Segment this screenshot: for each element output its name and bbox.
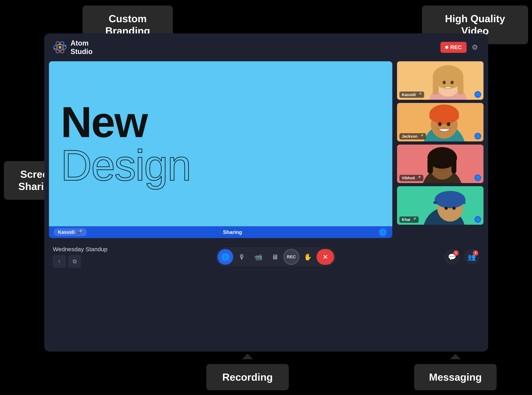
participant-label-khai: Khai 🎤 bbox=[399, 216, 419, 223]
recording-bubble: Recording bbox=[206, 364, 289, 390]
screen-share-display: New Design bbox=[49, 61, 392, 226]
app-header: Atom Studio REC ⚙ bbox=[44, 33, 488, 61]
participants-badge: 4 bbox=[473, 250, 478, 256]
end-call-button[interactable]: ✕ bbox=[317, 249, 334, 265]
main-content: New Design Kassidi 🎤 Sharing 🌐 bbox=[44, 61, 488, 238]
participant-label-jackson: Jackson 🎤 bbox=[399, 133, 426, 139]
participant-mic-icon-vibhuti: 🎤 bbox=[416, 176, 421, 180]
svg-point-20 bbox=[438, 122, 442, 126]
meeting-actions: ↑ ⧉ bbox=[53, 255, 107, 268]
app-window: Atom Studio REC ⚙ New Design Kassidi bbox=[44, 33, 488, 351]
screen-share-bar: Kassidi 🎤 Sharing 🌐 bbox=[49, 226, 392, 238]
svg-point-37 bbox=[452, 207, 455, 210]
svg-point-5 bbox=[54, 48, 55, 50]
screen-share-toolbar-button[interactable]: 🖥 bbox=[267, 249, 283, 265]
svg-point-6 bbox=[65, 45, 66, 47]
svg-point-14 bbox=[450, 81, 454, 84]
participant-label-vibhuti: Vibhuti 🎤 bbox=[399, 175, 423, 181]
rec-toolbar-button[interactable]: REC bbox=[284, 249, 299, 265]
bottom-area: Wednesday Standup ↑ ⧉ 🌐 🎙 📹 🖥 REC ✋ ✕ 💬 … bbox=[44, 242, 488, 272]
mic-toolbar-button[interactable]: 🎙 bbox=[234, 249, 250, 265]
participant-mic-icon-khai: 🎤 bbox=[411, 217, 416, 222]
svg-point-38 bbox=[449, 212, 461, 219]
chat-button[interactable]: 💬 1 bbox=[444, 249, 460, 265]
rec-dot bbox=[445, 46, 448, 49]
share-meeting-button[interactable]: ↑ bbox=[53, 255, 66, 268]
participant-tile-vibhuti: Vibhuti 🎤 🌐 bbox=[397, 145, 483, 183]
participant-tile-jackson: Jackson 🎤 🌐 bbox=[397, 103, 483, 141]
svg-point-21 bbox=[447, 122, 450, 126]
header-controls: REC ⚙ bbox=[440, 42, 480, 53]
svg-point-3 bbox=[59, 46, 61, 49]
main-toolbar: 🌐 🎙 📹 🖥 REC ✋ ✕ bbox=[215, 247, 336, 266]
sharing-globe-button[interactable]: 🌐 bbox=[378, 227, 388, 237]
rec-button[interactable]: REC bbox=[440, 42, 466, 53]
meeting-title: Wednesday Standup bbox=[53, 246, 107, 252]
screen-share-area: New Design Kassidi 🎤 Sharing 🌐 bbox=[49, 61, 392, 238]
messaging-bubble: Messaging bbox=[414, 364, 497, 390]
svg-rect-26 bbox=[428, 158, 433, 174]
participant-tile-kassidi: Kassidi 🎤 🌐 bbox=[397, 61, 483, 100]
participant-tile-khai: Khai 🎤 🌐 bbox=[397, 186, 483, 225]
globe-toolbar-button[interactable]: 🌐 bbox=[218, 249, 233, 265]
sharing-center-label: Sharing bbox=[223, 229, 242, 235]
meeting-info: Wednesday Standup ↑ ⧉ bbox=[53, 246, 107, 268]
copy-meeting-button[interactable]: ⧉ bbox=[68, 255, 81, 268]
participant-mic-icon-jackson: 🎤 bbox=[419, 134, 423, 139]
svg-rect-12 bbox=[458, 77, 463, 95]
svg-rect-19 bbox=[429, 114, 459, 120]
video-toolbar-button[interactable]: 📹 bbox=[251, 249, 266, 265]
svg-point-13 bbox=[443, 81, 446, 84]
svg-rect-11 bbox=[433, 77, 439, 95]
svg-point-29 bbox=[444, 164, 448, 168]
svg-rect-34 bbox=[435, 200, 465, 204]
svg-point-4 bbox=[59, 44, 61, 45]
chat-badge: 1 bbox=[453, 250, 459, 256]
sharing-presenter-pill: Kassidi 🎤 bbox=[54, 228, 87, 236]
right-toolbar: 💬 1 👥 4 bbox=[444, 249, 480, 265]
slide-new-text: New bbox=[61, 101, 147, 144]
svg-point-36 bbox=[444, 207, 448, 210]
presenter-mic-icon: 🎤 bbox=[77, 229, 82, 235]
slide-design-text: Design bbox=[61, 144, 191, 187]
svg-rect-27 bbox=[451, 158, 456, 174]
participants-sidebar: Kassidi 🎤 🌐 bbox=[397, 61, 483, 238]
participants-button[interactable]: 👥 4 bbox=[464, 249, 480, 265]
presenter-name: Kassidi bbox=[58, 229, 75, 235]
svg-rect-35 bbox=[433, 201, 437, 204]
logo-text: Atom Studio bbox=[71, 39, 93, 56]
logo-area: Atom Studio bbox=[53, 39, 93, 56]
participant-label-kassidi: Kassidi 🎤 bbox=[399, 92, 424, 98]
svg-point-28 bbox=[437, 164, 440, 168]
hand-raise-button[interactable]: ✋ bbox=[300, 249, 316, 265]
participant-mic-icon-kassidi: 🎤 bbox=[417, 92, 422, 97]
settings-button[interactable]: ⚙ bbox=[470, 42, 480, 53]
atom-logo-icon bbox=[53, 40, 67, 55]
